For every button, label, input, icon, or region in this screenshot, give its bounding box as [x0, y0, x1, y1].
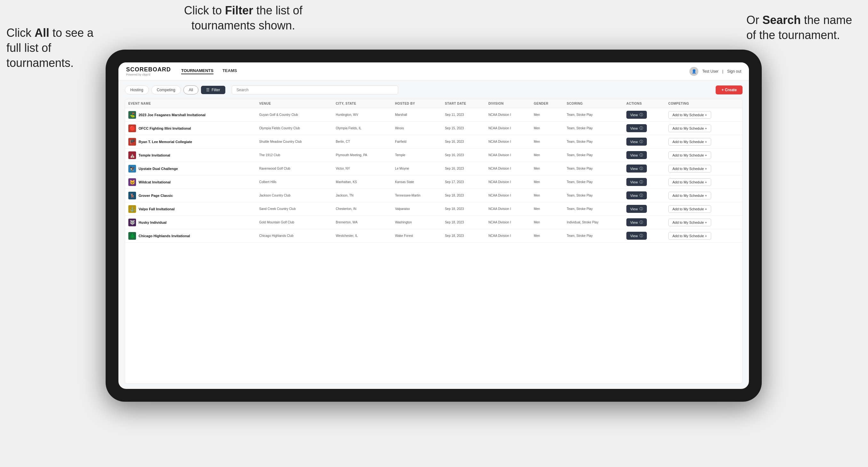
- view-button[interactable]: View ⓘ: [626, 137, 647, 146]
- cell-venue: The 1912 Club: [256, 149, 333, 162]
- cell-event-name: ⚓ Valpo Fall Invitational: [125, 202, 256, 216]
- table-row: ⛪ Temple Invitational The 1912 Club Plym…: [125, 149, 742, 162]
- add-to-schedule-button[interactable]: Add to My Schedule +: [668, 192, 711, 199]
- event-name-text: OFCC Fighting Illini Invitational: [138, 126, 191, 130]
- view-button[interactable]: View ⓘ: [626, 151, 647, 159]
- cell-venue: Ravenwood Golf Club: [256, 162, 333, 176]
- table-row: 🦌 Grover Page Classic Jackson Country Cl…: [125, 189, 742, 202]
- cell-scoring: Team, Stroke Play: [564, 122, 623, 135]
- cell-start-date: Sep 17, 2023: [442, 176, 485, 189]
- cell-scoring: Team, Stroke Play: [564, 176, 623, 189]
- view-button[interactable]: View ⓘ: [626, 218, 647, 226]
- cell-city-state: Bremerton, WA: [333, 216, 392, 229]
- cell-competing: Add to My Schedule +: [665, 162, 742, 176]
- cell-venue: Sand Creek Country Club: [256, 202, 333, 216]
- header-right: 👤 Test User | Sign out: [689, 67, 741, 76]
- col-gender: GENDER: [531, 99, 564, 108]
- cell-scoring: Team, Stroke Play: [564, 108, 623, 122]
- info-icon: ⓘ: [640, 153, 643, 157]
- view-button[interactable]: View ⓘ: [626, 178, 647, 186]
- cell-actions: View ⓘ: [623, 176, 665, 189]
- cell-city-state: Jackson, TN: [333, 189, 392, 202]
- view-button[interactable]: View ⓘ: [626, 191, 647, 199]
- cell-event-name: ⛳ 2023 Joe Feaganes Marshall Invitationa…: [125, 108, 256, 122]
- event-name-text: Valpo Fall Invitational: [138, 207, 175, 211]
- view-button[interactable]: View ⓘ: [626, 124, 647, 132]
- team-logo: 🏴: [128, 138, 136, 146]
- cell-city-state: Huntington, WV: [333, 108, 392, 122]
- cell-start-date: Sep 18, 2023: [442, 189, 485, 202]
- cell-event-name: 🔴 OFCC Fighting Illini Invitational: [125, 122, 256, 135]
- add-to-schedule-button[interactable]: Add to My Schedule +: [668, 151, 711, 159]
- info-icon: ⓘ: [640, 207, 643, 211]
- cell-hosted-by: Kansas State: [392, 176, 442, 189]
- cell-scoring: Team, Stroke Play: [564, 149, 623, 162]
- info-icon: ⓘ: [640, 193, 643, 198]
- cell-gender: Men: [531, 149, 564, 162]
- add-to-schedule-button[interactable]: Add to My Schedule +: [668, 178, 711, 186]
- search-box: [232, 86, 398, 94]
- cell-start-date: Sep 11, 2023: [442, 108, 485, 122]
- add-to-schedule-button[interactable]: Add to My Schedule +: [668, 219, 711, 226]
- add-to-schedule-button[interactable]: Add to My Schedule +: [668, 232, 711, 240]
- info-icon: ⓘ: [640, 234, 643, 238]
- filter-label: Filter: [212, 88, 220, 92]
- cell-competing: Add to My Schedule +: [665, 189, 742, 202]
- logo-area: SCOREBOARD Powered by clipp'd: [126, 66, 171, 76]
- view-button[interactable]: View ⓘ: [626, 232, 647, 240]
- nav-teams[interactable]: TEAMS: [222, 68, 237, 74]
- cell-scoring: Team, Stroke Play: [564, 189, 623, 202]
- col-venue: VENUE: [256, 99, 333, 108]
- add-to-schedule-button[interactable]: Add to My Schedule +: [668, 125, 711, 132]
- cell-actions: View ⓘ: [623, 229, 665, 243]
- cell-gender: Men: [531, 229, 564, 243]
- view-button[interactable]: View ⓘ: [626, 205, 647, 213]
- cell-actions: View ⓘ: [623, 202, 665, 216]
- cell-start-date: Sep 18, 2023: [442, 216, 485, 229]
- cell-scoring: Team, Stroke Play: [564, 162, 623, 176]
- create-button[interactable]: + Create: [716, 86, 743, 94]
- cell-event-name: 🦌 Grover Page Classic: [125, 189, 256, 202]
- add-to-schedule-button[interactable]: Add to My Schedule +: [668, 138, 711, 146]
- tab-competing[interactable]: Competing: [151, 86, 181, 94]
- cell-event-name: 🐱 Wildcat Invitational: [125, 176, 256, 189]
- view-button[interactable]: View ⓘ: [626, 164, 647, 173]
- nav-tournaments[interactable]: TOURNAMENTS: [181, 68, 214, 74]
- tab-all[interactable]: All: [183, 86, 198, 94]
- team-logo: 🌲: [128, 232, 136, 240]
- filter-button[interactable]: ☰ Filter: [201, 86, 225, 94]
- cell-start-date: Sep 16, 2023: [442, 162, 485, 176]
- app-header: SCOREBOARD Powered by clipp'd TOURNAMENT…: [118, 62, 749, 80]
- cell-actions: View ⓘ: [623, 216, 665, 229]
- col-start-date: START DATE: [442, 99, 485, 108]
- cell-competing: Add to My Schedule +: [665, 216, 742, 229]
- add-to-schedule-button[interactable]: Add to My Schedule +: [668, 111, 711, 119]
- info-icon: ⓘ: [640, 180, 643, 184]
- info-icon: ⓘ: [640, 166, 643, 171]
- cell-event-name: 🐺 Husky Individual: [125, 216, 256, 229]
- cell-hosted-by: Wake Forest: [392, 229, 442, 243]
- col-division: DIVISION: [485, 99, 531, 108]
- cell-hosted-by: Temple: [392, 149, 442, 162]
- event-name-text: Husky Individual: [138, 221, 166, 224]
- tab-hosting[interactable]: Hosting: [125, 86, 149, 94]
- cell-city-state: Olympia Fields, IL: [333, 122, 392, 135]
- cell-hosted-by: Illinois: [392, 122, 442, 135]
- cell-event-name: ⛪ Temple Invitational: [125, 149, 256, 162]
- add-to-schedule-button[interactable]: Add to My Schedule +: [668, 205, 711, 213]
- add-to-schedule-button[interactable]: Add to My Schedule +: [668, 165, 711, 173]
- cell-competing: Add to My Schedule +: [665, 202, 742, 216]
- filter-icon: ☰: [206, 88, 210, 92]
- cell-gender: Men: [531, 202, 564, 216]
- cell-gender: Men: [531, 176, 564, 189]
- event-name-text: Wildcat Invitational: [138, 180, 170, 184]
- cell-hosted-by: Fairfield: [392, 135, 442, 149]
- cell-division: NCAA Division I: [485, 216, 531, 229]
- team-logo: 🐱: [128, 178, 136, 186]
- team-logo: 🦅: [128, 165, 136, 173]
- sign-out-link[interactable]: Sign out: [727, 69, 741, 73]
- cell-venue: Jackson Country Club: [256, 189, 333, 202]
- cell-gender: Men: [531, 135, 564, 149]
- search-input[interactable]: [232, 86, 398, 94]
- view-button[interactable]: View ⓘ: [626, 111, 647, 119]
